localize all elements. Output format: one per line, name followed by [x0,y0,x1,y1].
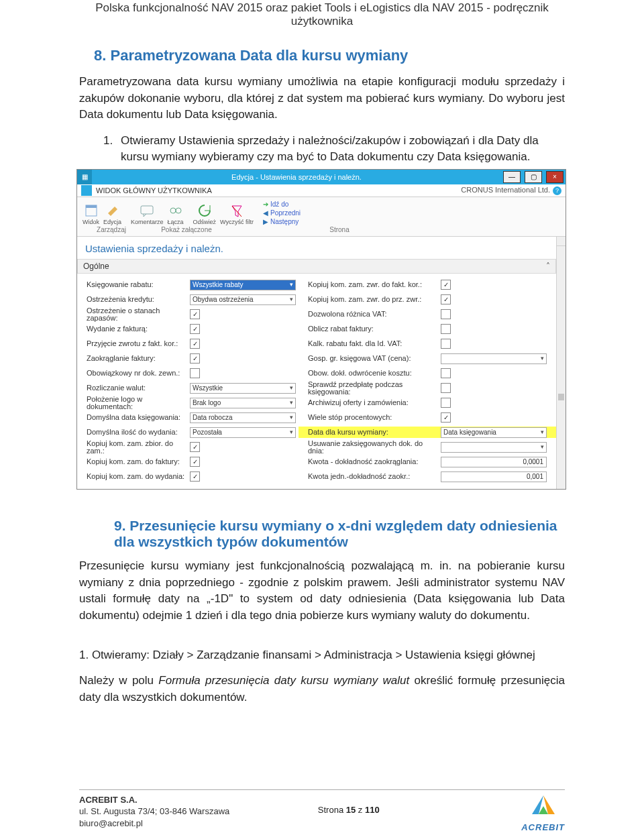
delete-posted-until-select[interactable]: ▾ [441,442,547,453]
section-9-paragraph: Przesunięcie kursu wymiany jest funkcjon… [79,558,565,624]
copy-blanket-to-order-checkbox[interactable]: ✓ [190,442,200,452]
logo-position-select[interactable]: Brak logo▾ [190,398,296,408]
section-8-paragraph: Parametryzowana data kursu wymiany umożl… [79,74,565,123]
scroll-thumb[interactable] [558,394,564,400]
chevron-up-icon: ˄ [546,262,550,270]
return-receipt-credit-checkbox[interactable]: ✓ [190,339,200,349]
default-posting-date-select[interactable]: Data robocza▾ [190,412,296,423]
ribbon-edit-button[interactable]: Edycja [103,203,121,225]
vat-bus-group-select[interactable]: ▾ [441,353,547,364]
ribbon-prev-button[interactable]: ◀Poprzedni [263,210,301,217]
unit-amount-rounding-input[interactable]: 0,001 [441,471,547,482]
svg-point-4 [176,208,181,213]
form-left-col: Księgowanie rabatu:Wszystkie rabaty▾ Ost… [87,279,296,482]
svg-point-3 [170,208,176,213]
section-9-step-1: 1. Otwieramy: Działy > Zarządzanie finan… [79,647,565,664]
page-footer: ACREBIT S.A. ul. St. Augusta 73/4; 03-84… [79,789,565,832]
allow-vat-diff-checkbox[interactable] [441,309,451,319]
svg-rect-1 [86,205,97,208]
acrebit-logo-icon [528,794,559,821]
section-9-note: Należy w polu Formuła przesunięcia daty … [79,673,565,706]
ribbon-group-manage: Zarządzaj [83,227,140,233]
form-right-col: Kopiuj kom. zam. zwr. do fakt. kor.:✓ Ko… [308,279,547,482]
copy-order-to-shipment-checkbox[interactable]: ✓ [190,471,200,482]
ribbon-links-button[interactable]: Łącza [168,203,184,225]
currency-apply-select[interactable]: Wszystkie▾ [190,383,296,394]
ribbon-group-attached: Pokaż załączone [150,227,223,233]
archive-quotes-checkbox[interactable] [441,398,451,408]
help-icon[interactable]: ? [553,186,561,195]
window-close-button[interactable]: × [546,171,564,183]
window-minimize-button[interactable]: — [503,171,521,183]
window-maximize-button[interactable]: ▢ [525,171,542,183]
ribbon: Widok Edycja Komentarze Łącza [77,197,566,227]
ext-doc-mandatory-checkbox[interactable] [190,368,200,378]
discount-posting-select[interactable]: Wszystkie rabaty▾ [190,280,296,290]
default-qty-ship-select[interactable]: Pozostała▾ [190,427,296,438]
nav-window: ▦ Edycja - Ustawienia sprzedaży i należn… [76,169,566,490]
ribbon-next-button[interactable]: ▶Następny [263,219,301,225]
calc-inv-disc-vatid-checkbox[interactable] [441,339,451,349]
ribbon-view-button[interactable]: Widok [83,203,99,225]
shipment-on-invoice-checkbox[interactable]: ✓ [190,324,200,334]
credit-warnings-select[interactable]: Obydwa ostrzeżenia▾ [190,294,296,305]
window-title: Edycja - Ustawienia sprzedaży i należn. [92,174,501,181]
exact-cost-reversal-checkbox[interactable] [441,368,451,378]
amount-rounding-input[interactable]: 0,0001 [441,457,547,467]
invoice-rounding-checkbox[interactable]: ✓ [190,353,200,364]
window-titlebar: ▦ Edycja - Ustawienia sprzedaży i należn… [77,170,566,184]
ribbon-clearfilter-button[interactable]: Wyczyść filtr [220,203,254,225]
footer-company: ACREBIT S.A. ul. St. Augusta 73/4; 03-84… [79,794,229,830]
section-8-step-1: 1. Otwieramy Ustawienia sprzedaży i nale… [103,133,565,165]
scroll-up-button[interactable] [557,237,566,246]
ribbon-tab-bar: WIDOK GŁÓWNY UŻYTKOWNIKA CRONUS Internat… [77,184,566,197]
multiple-interest-rates-checkbox[interactable]: ✓ [441,412,451,423]
section-9-heading: 9. Przesunięcie kursu wymiany o x-dni wz… [79,518,565,550]
ribbon-goto-button[interactable]: ➔Idź do [263,201,301,208]
ribbon-page-nav: ➔Idź do ◀Poprzedni ▶Następny [263,200,301,225]
vertical-scrollbar[interactable] [556,237,566,489]
ribbon-refresh-button[interactable]: Odśwież [193,203,217,225]
exchange-rate-date-select[interactable]: Data księgowania▾ [441,427,547,438]
exchange-rate-date-row: Data dla kursu wymiany:Data księgowania▾ [299,427,556,438]
document-header: Polska funkcjonalność NAV 2015 oraz paki… [79,0,565,47]
check-prepayment-checkbox[interactable] [441,383,451,393]
copy-return-to-receipt-checkbox[interactable]: ✓ [441,294,451,304]
nav-logo-icon: ▦ [77,170,92,184]
app-menu-button[interactable] [81,185,92,196]
copy-order-to-invoice-checkbox[interactable]: ✓ [190,457,200,467]
svg-line-5 [232,206,241,217]
section-8-heading: 8. Parametryzowana Data dla kursu wymian… [79,47,565,64]
company-indicator: CRONUS International Ltd.? [461,186,561,195]
footer-brand-logo: ACREBIT [521,794,565,832]
svg-rect-2 [141,206,153,214]
form-title: Ustawienia sprzedaży i należn. [77,237,556,259]
copy-return-to-credit-checkbox[interactable]: ✓ [441,280,451,290]
ribbon-comments-button[interactable]: Komentarze [131,203,164,225]
page-number: Strona 15 z 110 [318,805,380,815]
fasttab-general[interactable]: Ogólne˄ [77,259,556,274]
ribbon-group-page: Strona [316,227,363,233]
ribbon-tab[interactable]: WIDOK GŁÓWNY UŻYTKOWNIKA [96,187,212,194]
calc-inv-discount-checkbox[interactable] [441,324,451,334]
stockout-warning-checkbox[interactable]: ✓ [190,309,200,319]
